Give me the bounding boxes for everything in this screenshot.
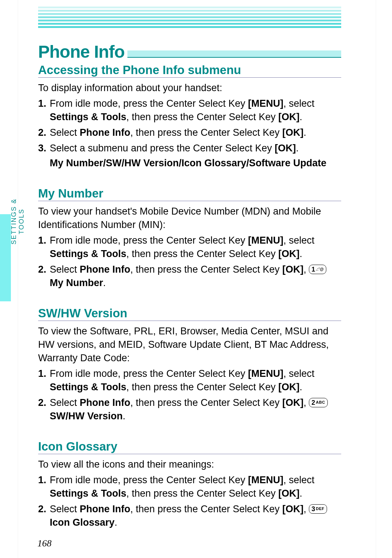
- subheading-icon-glossary: Icon Glossary: [38, 440, 341, 454]
- step: Select Phone Info, then press the Center…: [38, 263, 341, 290]
- keypad-1-icon: 1.:'@: [309, 265, 326, 274]
- steps-accessing: From idle mode, press the Center Select …: [38, 97, 341, 155]
- submenu-line: My Number/SW/HW Version/Icon Glossary/So…: [38, 156, 341, 170]
- header-stripes: [38, 7, 341, 28]
- subheading-my-number: My Number: [38, 187, 341, 201]
- page: Phone Info Accessing the Phone Info subm…: [18, 0, 376, 558]
- keypad-2-icon: 2ABC: [309, 398, 327, 407]
- step: From idle mode, press the Center Select …: [38, 97, 341, 124]
- intro-icon-glossary: To view all the icons and their meanings…: [38, 458, 341, 471]
- keypad-3-icon: 3DEF: [309, 504, 327, 514]
- step: From idle mode, press the Center Select …: [38, 473, 341, 500]
- step: From idle mode, press the Center Select …: [38, 234, 341, 261]
- subheading-swhw: SW/HW Version: [38, 306, 341, 321]
- step: Select Phone Info, then press the Center…: [38, 396, 341, 423]
- intro-my-number: To view your handset's Mobile Device Num…: [38, 205, 341, 232]
- steps-icon-glossary: From idle mode, press the Center Select …: [38, 473, 341, 529]
- steps-my-number: From idle mode, press the Center Select …: [38, 234, 341, 290]
- intro-accessing: To display information about your handse…: [38, 81, 341, 95]
- main-title: Phone Info: [38, 42, 124, 62]
- intro-swhw: To view the Software, PRL, ERI, Browser,…: [38, 325, 341, 365]
- side-tab: [0, 214, 11, 301]
- step: From idle mode, press the Center Select …: [38, 367, 341, 394]
- subheading-accessing: Accessing the Phone Info submenu: [38, 63, 341, 78]
- step: Select Phone Info, then press the Center…: [38, 126, 341, 139]
- side-tab-label: SETTINGS & TOOLS: [21, 149, 36, 221]
- main-title-row: Phone Info: [38, 42, 341, 62]
- page-number: 168: [37, 538, 52, 549]
- step: Select Phone Info, then press the Center…: [38, 502, 341, 529]
- step: Select a submenu and press the Center Se…: [38, 142, 341, 155]
- steps-swhw: From idle mode, press the Center Select …: [38, 367, 341, 423]
- content: Phone Info Accessing the Phone Info subm…: [18, 0, 376, 529]
- title-underline: [127, 50, 341, 58]
